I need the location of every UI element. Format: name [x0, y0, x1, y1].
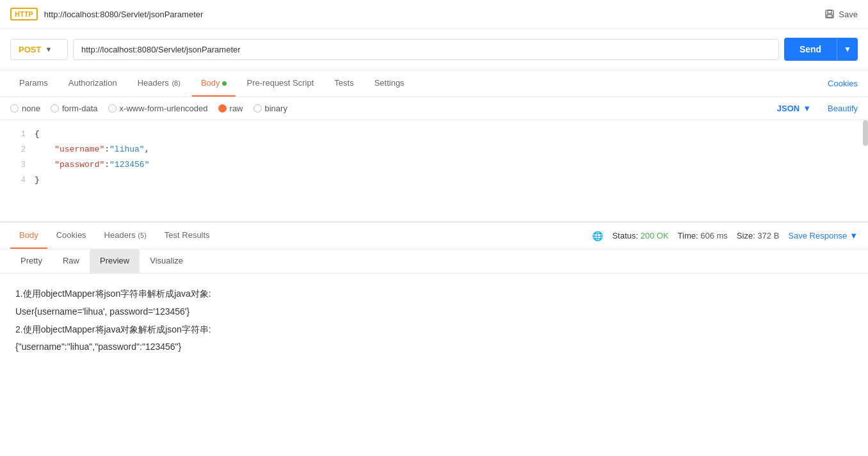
method-label: POST	[19, 45, 41, 54]
top-bar: HTTP http://localhost:8080/Servlet/jsonP…	[0, 0, 868, 29]
json-chevron-icon: ▼	[803, 104, 811, 113]
top-save-button[interactable]: Save	[824, 9, 858, 19]
line-num-4: 4	[6, 173, 26, 188]
response-tabs: Body Cookies Headers (5) Test Results 🌐 …	[0, 223, 868, 249]
json-dropdown[interactable]: JSON ▼	[777, 104, 811, 113]
status-label: Status: 200 OK	[612, 231, 668, 240]
resp-tab-test-results[interactable]: Test Results	[156, 223, 219, 249]
preview-tabs: Pretty Raw Preview Visualize	[0, 249, 868, 274]
top-bar-left: HTTP http://localhost:8080/Servlet/jsonP…	[10, 8, 203, 20]
svg-rect-1	[828, 10, 832, 13]
cookies-link[interactable]: Cookies	[828, 79, 858, 88]
tab-body[interactable]: Body	[192, 70, 236, 97]
method-chevron-icon: ▼	[45, 45, 52, 53]
code-content-1: {	[35, 127, 40, 142]
headers-badge: (8)	[172, 79, 180, 87]
save-label: Save	[839, 10, 858, 19]
size-label: Size: 372 B	[737, 231, 780, 240]
radio-urlencoded-circle	[108, 104, 117, 113]
save-response-label: Save Response	[788, 231, 847, 240]
resp-tab-headers[interactable]: Headers (5)	[95, 223, 156, 249]
resp-headers-badge: (5)	[138, 232, 146, 239]
prev-tab-pretty[interactable]: Pretty	[10, 249, 52, 273]
radio-none-label: none	[22, 104, 40, 113]
format-selector: JSON ▼ Beautify	[777, 104, 858, 113]
send-dropdown-button[interactable]: ▼	[837, 38, 858, 61]
radio-form-data-label: form-data	[62, 104, 98, 113]
request-bar: POST ▼ Send ▼	[0, 29, 868, 70]
json-label: JSON	[777, 104, 800, 113]
code-content-2: "username":"lihua",	[35, 142, 149, 157]
radio-urlencoded[interactable]: x-www-form-urlencoded	[108, 104, 208, 113]
tab-tests[interactable]: Tests	[325, 70, 362, 97]
response-status-bar: 🌐 Status: 200 OK Time: 606 ms Size: 372 …	[592, 231, 858, 241]
radio-none-circle	[10, 104, 19, 113]
radio-urlencoded-label: x-www-form-urlencoded	[120, 104, 208, 113]
url-input[interactable]	[73, 39, 779, 60]
resp-tab-body[interactable]: Body	[10, 223, 47, 249]
response-line-4: {"username":"lihua","password":"123456"}	[15, 340, 853, 355]
radio-form-data[interactable]: form-data	[51, 104, 98, 113]
code-content-3: "password":"123456"	[35, 157, 149, 173]
radio-none[interactable]: none	[10, 104, 40, 113]
size-value: 372 B	[757, 231, 779, 240]
save-response-button[interactable]: Save Response ▼	[788, 231, 858, 240]
prev-tab-visualize[interactable]: Visualize	[140, 249, 193, 273]
body-dot	[222, 81, 227, 86]
response-line-3: 2.使用objectMapper将java对象解析成json字符串:	[15, 322, 853, 338]
tab-pre-request-script[interactable]: Pre-request Script	[238, 70, 323, 97]
response-line-1: 1.使用objectMapper将json字符串解析成java对象:	[15, 287, 853, 302]
prev-tab-preview[interactable]: Preview	[90, 249, 140, 273]
send-button[interactable]: Send	[784, 38, 837, 61]
time-value: 606 ms	[700, 231, 728, 240]
tab-authorization[interactable]: Authorization	[60, 70, 126, 97]
resp-tab-cookies[interactable]: Cookies	[47, 223, 95, 249]
request-tabs: Params Authorization Headers (8) Body Pr…	[0, 70, 868, 97]
code-line-1: 1 {	[0, 127, 868, 142]
code-content-4: }	[35, 173, 40, 188]
beautify-button[interactable]: Beautify	[828, 104, 858, 113]
svg-rect-2	[827, 15, 832, 17]
editor-scrollbar	[863, 120, 868, 146]
code-line-2: 2 "username":"lihua",	[0, 142, 868, 157]
radio-raw[interactable]: raw	[218, 104, 243, 113]
http-badge: HTTP	[10, 8, 38, 20]
response-line-2: User{username='lihua', password='123456'…	[15, 304, 853, 320]
body-type-bar: none form-data x-www-form-urlencoded raw…	[0, 97, 868, 120]
radio-form-data-circle	[51, 104, 59, 113]
status-value: 200 OK	[640, 231, 668, 240]
code-editor[interactable]: 1 { 2 "username":"lihua", 3 "password":"…	[0, 120, 868, 223]
radio-binary-label: binary	[265, 104, 287, 113]
prev-tab-raw[interactable]: Raw	[52, 249, 90, 273]
tab-params[interactable]: Params	[10, 70, 57, 97]
send-btn-group: Send ▼	[784, 38, 858, 61]
radio-binary[interactable]: binary	[253, 104, 287, 113]
globe-icon: 🌐	[592, 231, 603, 241]
response-body: 1.使用objectMapper将json字符串解析成java对象: User{…	[0, 274, 868, 370]
code-line-4: 4 }	[0, 173, 868, 188]
top-bar-url: http://localhost:8080/Servlet/jsonParame…	[44, 10, 204, 19]
time-label: Time: 606 ms	[678, 231, 728, 240]
code-line-3: 3 "password":"123456"	[0, 157, 868, 173]
radio-raw-label: raw	[230, 104, 243, 113]
radio-raw-circle	[218, 104, 227, 113]
line-num-2: 2	[6, 142, 26, 157]
line-num-1: 1	[6, 127, 26, 142]
tab-settings[interactable]: Settings	[366, 70, 414, 97]
method-dropdown[interactable]: POST ▼	[10, 39, 68, 60]
tab-headers[interactable]: Headers (8)	[129, 70, 189, 97]
save-response-chevron-icon: ▼	[849, 231, 858, 240]
radio-binary-circle	[253, 104, 262, 113]
save-icon	[824, 9, 835, 19]
line-num-3: 3	[6, 157, 26, 173]
